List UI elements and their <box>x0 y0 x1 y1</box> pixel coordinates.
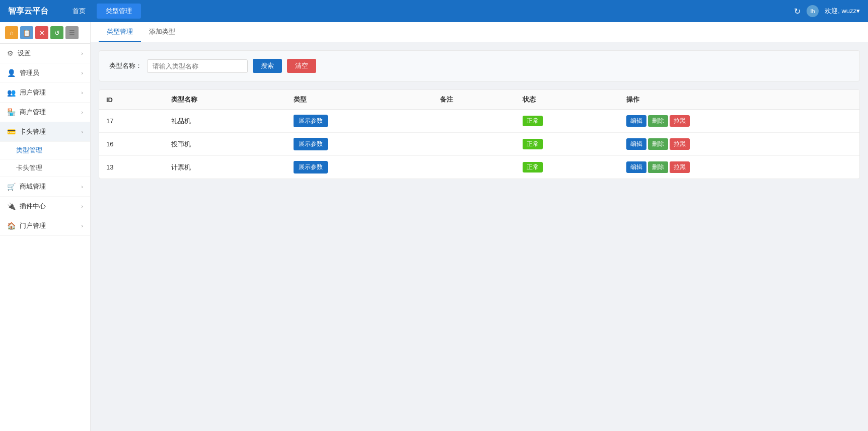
sidebar-item-users-label: 用户管理 <box>20 88 46 97</box>
table-row: 17礼品机展示参数正常编辑删除拉黑 <box>99 110 859 133</box>
col-action: 操作 <box>619 90 859 110</box>
delete-button[interactable]: 删除 <box>648 115 668 127</box>
status-badge: 正常 <box>523 162 543 173</box>
brand-title: 智享云平台 <box>8 6 48 17</box>
chevron-icon: › <box>81 109 83 115</box>
sidebar-item-settings[interactable]: ⚙ 设置 › <box>0 44 90 63</box>
chevron-icon: › <box>81 203 83 209</box>
merchant-icon: 🏪 <box>7 108 16 116</box>
sidebar-item-admin[interactable]: 👤 管理员 › <box>0 63 90 83</box>
sidebar-item-shop-label: 商城管理 <box>20 182 46 191</box>
users-icon: 👥 <box>7 89 16 97</box>
col-remark: 备注 <box>433 90 516 110</box>
sidebar-item-settings-label: 设置 <box>18 49 31 58</box>
sidebar-item-merchant[interactable]: 🏪 商户管理 › <box>0 103 90 122</box>
display-params-button[interactable]: 展示参数 <box>294 161 328 174</box>
top-nav: 智享云平台 首页 类型管理 ↻ Ih 欢迎, wuzz▾ <box>0 0 868 22</box>
sidebar-item-shop[interactable]: 🛒 商城管理 › <box>0 177 90 197</box>
sidebar-sub-item-type-management[interactable]: 类型管理 <box>0 142 90 159</box>
portal-icon: 🏠 <box>7 222 16 230</box>
refresh-icon[interactable]: ↻ <box>794 7 801 16</box>
content-area: 类型名称： 搜索 清空 ID 类型名称 类型 备注 状态 操作 <box>91 42 868 431</box>
chevron-icon: › <box>81 70 83 76</box>
delete-button[interactable]: 删除 <box>648 138 668 150</box>
cell-remark <box>433 133 516 156</box>
cell-type: 展示参数 <box>286 133 433 156</box>
cell-actions: 编辑删除拉黑 <box>619 133 859 156</box>
sidebar-toolbar: ⌂ 📋 ✕ ↺ ☰ <box>0 22 90 44</box>
col-status: 状态 <box>516 90 619 110</box>
edit-button[interactable]: 编辑 <box>626 115 646 127</box>
display-params-button[interactable]: 展示参数 <box>294 138 328 150</box>
settings-icon: ⚙ <box>7 49 14 57</box>
delete-button[interactable]: 删除 <box>648 161 668 173</box>
menu-tool-btn[interactable]: ☰ <box>65 26 79 39</box>
sidebar-item-users[interactable]: 👥 用户管理 › <box>0 83 90 103</box>
status-badge: 正常 <box>523 116 543 126</box>
sidebar-sub-item-card-management[interactable]: 卡头管理 <box>0 159 90 177</box>
sidebar-item-plugins-label: 插件中心 <box>20 202 46 211</box>
cell-status: 正常 <box>516 133 619 156</box>
cell-actions: 编辑删除拉黑 <box>619 156 859 179</box>
shop-icon: 🛒 <box>7 183 16 191</box>
sidebar: ⌂ 📋 ✕ ↺ ☰ ⚙ 设置 › 👤 管理员 › 👥 用户管 <box>0 22 91 431</box>
cell-name: 计票机 <box>164 156 286 179</box>
nav-item-type-management[interactable]: 类型管理 <box>97 4 141 19</box>
cell-type: 展示参数 <box>286 110 433 133</box>
cell-id: 17 <box>99 110 164 133</box>
cell-status: 正常 <box>516 110 619 133</box>
table-row: 13计票机展示参数正常编辑删除拉黑 <box>99 156 859 179</box>
cell-status: 正常 <box>516 156 619 179</box>
search-input[interactable] <box>147 59 248 73</box>
cell-remark <box>433 156 516 179</box>
sidebar-item-merchant-label: 商户管理 <box>20 108 46 117</box>
data-table: ID 类型名称 类型 备注 状态 操作 17礼品机展示参数正常编辑删除拉黑16投… <box>99 90 860 179</box>
avatar: Ih <box>807 5 819 17</box>
layout: ⌂ 📋 ✕ ↺ ☰ ⚙ 设置 › 👤 管理员 › 👥 用户管 <box>0 22 868 431</box>
sidebar-item-card-label: 卡头管理 <box>20 127 46 136</box>
blacklist-button[interactable]: 拉黑 <box>670 161 690 173</box>
tab-add-type[interactable]: 添加类型 <box>141 22 183 42</box>
blacklist-button[interactable]: 拉黑 <box>670 138 690 150</box>
sidebar-item-card[interactable]: 💳 卡头管理 › <box>0 122 90 142</box>
table-header-row: ID 类型名称 类型 备注 状态 操作 <box>99 90 859 110</box>
sidebar-item-admin-label: 管理员 <box>20 68 39 77</box>
cell-id: 16 <box>99 133 164 156</box>
cell-name: 投币机 <box>164 133 286 156</box>
sidebar-item-portal-label: 门户管理 <box>20 221 46 230</box>
tab-type-management[interactable]: 类型管理 <box>99 22 141 42</box>
cell-id: 13 <box>99 156 164 179</box>
main-content: 类型管理 添加类型 类型名称： 搜索 清空 ID 类型名称 类型 <box>91 22 868 431</box>
edit-button[interactable]: 编辑 <box>626 161 646 173</box>
col-name: 类型名称 <box>164 90 286 110</box>
chevron-icon: › <box>81 90 83 96</box>
cell-actions: 编辑删除拉黑 <box>619 110 859 133</box>
clear-button[interactable]: 清空 <box>287 59 316 73</box>
user-info: ↻ Ih 欢迎, wuzz▾ <box>794 5 860 17</box>
chevron-icon: › <box>81 223 83 229</box>
sidebar-item-plugins[interactable]: 🔌 插件中心 › <box>0 197 90 216</box>
blacklist-button[interactable]: 拉黑 <box>670 115 690 127</box>
refresh-tool-btn[interactable]: ↺ <box>50 26 63 39</box>
nav-items: 首页 类型管理 <box>63 4 794 19</box>
col-id: ID <box>99 90 164 110</box>
search-button[interactable]: 搜索 <box>253 59 282 73</box>
chevron-icon: › <box>81 50 83 56</box>
chevron-expand-icon: › <box>81 129 83 135</box>
cell-name: 礼品机 <box>164 110 286 133</box>
chevron-icon: › <box>81 184 83 190</box>
doc-tool-btn[interactable]: 📋 <box>20 26 33 39</box>
tabs-bar: 类型管理 添加类型 <box>91 22 868 42</box>
display-params-button[interactable]: 展示参数 <box>294 115 328 127</box>
cell-remark <box>433 110 516 133</box>
search-panel: 类型名称： 搜索 清空 <box>99 50 860 81</box>
cell-type: 展示参数 <box>286 156 433 179</box>
sidebar-item-portal[interactable]: 🏠 门户管理 › <box>0 216 90 236</box>
nav-item-home[interactable]: 首页 <box>63 4 95 19</box>
status-badge: 正常 <box>523 139 543 149</box>
admin-icon: 👤 <box>7 69 16 77</box>
close-tool-btn[interactable]: ✕ <box>35 26 48 39</box>
col-type: 类型 <box>286 90 433 110</box>
edit-button[interactable]: 编辑 <box>626 138 646 150</box>
home-tool-btn[interactable]: ⌂ <box>5 26 18 39</box>
